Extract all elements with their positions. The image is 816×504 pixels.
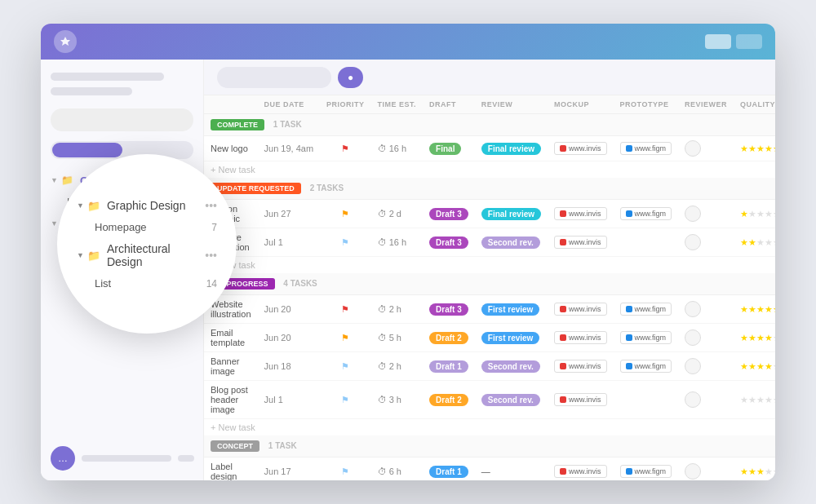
new-task-label[interactable]: + New task bbox=[204, 419, 775, 436]
mockup-link[interactable]: www.invis bbox=[554, 207, 607, 220]
quality-cell: ★★★★★ bbox=[734, 136, 775, 161]
table-row[interactable]: New logo Jun 19, 4am ⚑ ⏱ 16 h Final Fina… bbox=[204, 136, 775, 161]
priority-cell: ⚑ bbox=[320, 381, 371, 419]
col-mockup: MOCKUP bbox=[548, 95, 614, 114]
zoom-item-arch: ▼ 📁 Architectural Design ••• bbox=[77, 237, 217, 273]
prototype-link[interactable]: www.figm bbox=[620, 360, 672, 373]
priority-cell: ⚑ bbox=[320, 324, 371, 352]
mockup-cell: www.invis bbox=[548, 200, 614, 228]
star-filled: ★ bbox=[740, 144, 748, 153]
star-empty: ★ bbox=[765, 466, 773, 476]
quality-cell: ★★★★★ bbox=[734, 381, 775, 419]
link-dot-2 bbox=[626, 145, 632, 152]
reviewer-avatar bbox=[685, 234, 701, 250]
zoom-label-1: Graphic Design bbox=[107, 199, 186, 212]
star-filled: ★ bbox=[773, 304, 775, 314]
task-table: DUE DATE PRIORITY TIME EST. DRAFT REVIEW… bbox=[204, 95, 775, 480]
star-filled: ★ bbox=[740, 361, 748, 371]
quality-cell: ★★★★★ bbox=[734, 295, 775, 324]
priority-cell: ⚑ bbox=[320, 352, 371, 381]
col-time: TIME EST. bbox=[371, 95, 424, 114]
content-area: ● DUE DATE PRIORITY TIME EST. DRAFT REVI… bbox=[204, 60, 775, 480]
star-empty: ★ bbox=[756, 395, 765, 405]
mockup-cell: www.invis bbox=[548, 136, 614, 161]
star-filled: ★ bbox=[756, 304, 765, 314]
quality-cell: ★★★★★ bbox=[734, 228, 775, 257]
tab-active[interactable]: ● bbox=[338, 67, 363, 88]
reviewer-cell bbox=[678, 228, 734, 257]
time-est: ⏱ 2 h bbox=[371, 295, 424, 324]
link-dot bbox=[560, 239, 566, 245]
status-badge: UPDATE REQUESTED bbox=[211, 183, 301, 194]
star-filled: ★ bbox=[748, 361, 756, 371]
table-row[interactable]: Email template Jun 20 ⚑ ⏱ 5 h Draft 2 Fi… bbox=[204, 324, 775, 352]
col-review: REVIEW bbox=[475, 95, 548, 114]
table-row[interactable]: Blog post header image Jul 1 ⚑ ⏱ 3 h Dra… bbox=[204, 381, 775, 419]
chat-icon[interactable]: … bbox=[51, 446, 75, 471]
star-filled: ★ bbox=[740, 209, 748, 219]
new-task-label[interactable]: + New task bbox=[204, 257, 775, 274]
prototype-link[interactable]: www.figm bbox=[620, 465, 672, 478]
prototype-link[interactable]: www.figm bbox=[620, 207, 672, 220]
link-dot-2 bbox=[626, 210, 632, 217]
mockup-link[interactable]: www.invis bbox=[554, 360, 607, 373]
link-dot-2 bbox=[626, 363, 632, 369]
star-filled: ★ bbox=[748, 333, 756, 343]
new-task-row[interactable]: + New task bbox=[204, 257, 775, 274]
star-empty: ★ bbox=[773, 466, 775, 476]
time-est: ⏱ 16 h bbox=[371, 136, 424, 161]
priority-flag: ⚑ bbox=[341, 466, 349, 476]
mockup-cell: www.invis bbox=[548, 324, 614, 352]
star-filled: ★ bbox=[748, 237, 756, 247]
mockup-link[interactable]: www.invis bbox=[554, 303, 607, 316]
due-date: Jun 20 bbox=[258, 324, 321, 352]
draft-cell: Final bbox=[423, 136, 475, 161]
prototype-link[interactable]: www.figm bbox=[620, 303, 672, 316]
star-empty: ★ bbox=[773, 361, 775, 371]
table-row[interactable]: Feature animation Jul 1 ⚑ ⏱ 16 h Draft 3… bbox=[204, 228, 775, 257]
mockup-link[interactable]: www.invis bbox=[554, 465, 607, 478]
link-dot bbox=[560, 210, 566, 217]
task-name: New logo bbox=[204, 136, 258, 161]
prototype-cell bbox=[614, 228, 679, 257]
mockup-link[interactable]: www.invis bbox=[554, 393, 607, 406]
star-empty: ★ bbox=[765, 209, 773, 219]
mockup-link[interactable]: www.invis bbox=[554, 236, 607, 249]
task-name: Email template bbox=[204, 324, 258, 352]
new-task-label[interactable]: + New task bbox=[204, 161, 775, 179]
priority-cell: ⚑ bbox=[320, 295, 371, 324]
window-btn-1[interactable] bbox=[705, 34, 731, 49]
status-badge: COMPLETE bbox=[211, 119, 264, 130]
window-btn-2[interactable] bbox=[736, 34, 762, 49]
draft-cell: Draft 3 bbox=[423, 295, 475, 324]
table-row[interactable]: Banner image Jun 18 ⚑ ⏱ 2 h Draft 1 Seco… bbox=[204, 352, 775, 381]
star-empty: ★ bbox=[773, 209, 775, 219]
mockup-link[interactable]: www.invis bbox=[554, 331, 607, 344]
tab-2[interactable] bbox=[370, 67, 389, 88]
star-empty: ★ bbox=[748, 209, 756, 219]
prototype-link[interactable]: www.figm bbox=[620, 142, 672, 155]
review-tag: First review bbox=[481, 332, 540, 344]
new-task-row[interactable]: + New task bbox=[204, 161, 775, 179]
due-date: Jun 18 bbox=[258, 352, 321, 381]
due-date: Jun 17 bbox=[258, 458, 321, 481]
table-row[interactable]: Label design Jun 17 ⚑ ⏱ 6 h Draft 1 — ww… bbox=[204, 458, 775, 481]
review-tag: First review bbox=[481, 303, 540, 316]
prototype-link[interactable]: www.figm bbox=[620, 331, 672, 344]
review-cell: First review bbox=[475, 324, 548, 352]
reviewer-cell bbox=[678, 458, 734, 481]
reviewer-cell bbox=[678, 200, 734, 228]
table-row[interactable]: Motion graphic Jun 27 ⚑ ⏱ 2 d Draft 3 Fi… bbox=[204, 200, 775, 228]
mockup-link[interactable]: www.invis bbox=[554, 142, 607, 155]
priority-flag: ⚑ bbox=[341, 361, 349, 371]
prototype-cell: www.figm bbox=[614, 324, 679, 352]
new-task-row[interactable]: + New task bbox=[204, 419, 775, 436]
sidebar-search[interactable] bbox=[51, 108, 193, 131]
col-quality: QUALITY bbox=[734, 95, 775, 114]
table-row[interactable]: Website illustration Jun 20 ⚑ ⏱ 2 h Draf… bbox=[204, 295, 775, 324]
draft-cell: Draft 1 bbox=[423, 352, 475, 381]
content-search[interactable] bbox=[217, 67, 331, 88]
star-filled: ★ bbox=[740, 304, 748, 314]
link-dot bbox=[560, 334, 566, 341]
sidebar-progress-bar bbox=[82, 455, 171, 462]
